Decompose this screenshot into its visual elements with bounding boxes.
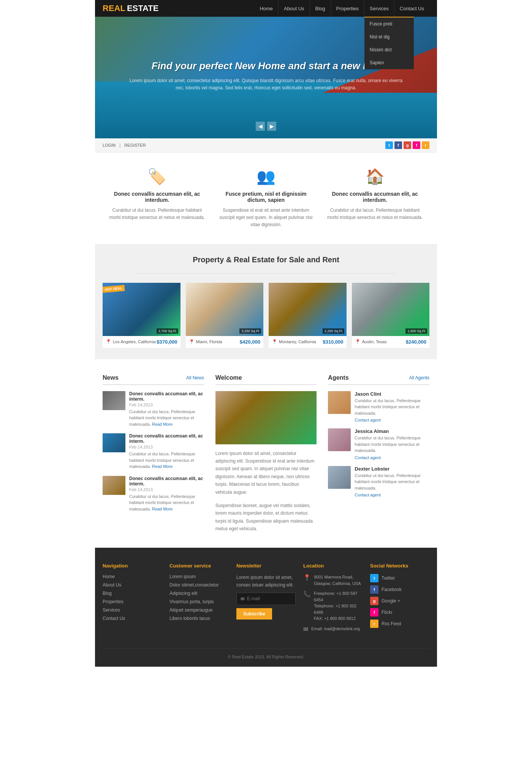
dropdown-item-1[interactable]: Nisl et dig xyxy=(364,30,414,43)
hero-next-arrow[interactable]: ▶ xyxy=(267,122,276,131)
footer-google-label[interactable]: Google + xyxy=(382,598,400,604)
footer-nav-contact[interactable]: Contact Us xyxy=(103,616,162,621)
news-thumb-1 xyxy=(103,433,125,452)
footer-nav-about[interactable]: About Us xyxy=(103,582,162,588)
dropdown-item-2[interactable]: Nissim dict xyxy=(364,43,414,56)
all-agents-link[interactable]: All Agents xyxy=(409,375,429,380)
property-img-2: 2,200 Sq Ft xyxy=(269,283,347,336)
read-more-1[interactable]: Read More xyxy=(152,464,173,469)
property-info-1: 📍 Miami, Florida $420,000 xyxy=(186,336,264,348)
footer-nav-home[interactable]: Home xyxy=(103,574,162,579)
login-separator: | xyxy=(119,143,120,148)
footer-nav-properties[interactable]: Properties xyxy=(103,599,162,604)
login-links: LOGIN | REGISTER xyxy=(103,143,146,148)
property-info-2: 📍 Montarey, California $310,000 xyxy=(269,336,347,348)
read-more-2[interactable]: Read More xyxy=(152,507,173,511)
register-button[interactable]: REGISTER xyxy=(124,143,146,147)
welcome-header: Welcome xyxy=(215,374,317,385)
nav-blog[interactable]: Blog xyxy=(310,0,331,17)
nav-contact[interactable]: Contact Us xyxy=(394,0,429,17)
agent-item-0: Jason Clint Curabitur ut dui lacus. Pell… xyxy=(328,391,429,423)
facebook-icon[interactable]: f xyxy=(394,141,402,149)
footer-flickr-icon[interactable]: f xyxy=(370,608,378,617)
google-icon[interactable]: g xyxy=(404,141,411,149)
nav-services[interactable]: Services Fusce preti Nisl et dig Nissim … xyxy=(364,0,394,17)
footer-cs-link-1[interactable]: Dolor sitmet,consectetur xyxy=(169,582,229,588)
nav-about[interactable]: About Us xyxy=(278,0,309,17)
footer-flickr-label[interactable]: Flickr xyxy=(382,610,393,615)
logo-estate: ESTATE xyxy=(127,3,159,13)
agent-avatar-1 xyxy=(328,428,351,451)
welcome-column: Welcome Lorem ipsum dolor sit amet, cons… xyxy=(215,374,317,533)
login-bar: LOGIN | REGISTER t f g f r xyxy=(95,138,437,152)
newsletter-email-input[interactable] xyxy=(247,596,291,601)
nav-services-label: Services xyxy=(370,6,389,11)
footer-facebook-icon[interactable]: f xyxy=(370,585,378,594)
login-button[interactable]: LOGIN xyxy=(103,143,116,147)
feature-1: 👥 Fusce pretium, nisl et dignissim dictu… xyxy=(217,168,315,229)
agent-text-2: Curabitur ut dui lacus. Pellentesque hab… xyxy=(355,472,429,491)
footer-rss-icon[interactable]: r xyxy=(370,620,378,628)
footer-nav-services[interactable]: Services xyxy=(103,607,162,613)
property-location-text-2: Montarey, California xyxy=(279,339,316,344)
hero-text: Lorem ipsum dolor sit amet, consectetur … xyxy=(129,77,403,92)
contact-agent-0[interactable]: Contact agent xyxy=(355,418,429,422)
subscribe-button[interactable]: Subscribe xyxy=(236,608,272,620)
dropdown-item-0[interactable]: Fusce preti xyxy=(364,17,414,30)
newsletter-input-wrapper: ✉ xyxy=(236,593,296,605)
footer-nl-text: Lorem ipsum dolor sit amet, consec tetue… xyxy=(236,574,296,588)
footer-telephone: Telephone: +1 800 502 6489 xyxy=(314,603,363,615)
news-header: News All News xyxy=(103,374,204,385)
flickr-icon[interactable]: f xyxy=(413,141,420,149)
news-item-1: Donec convallis accumsan elit, ac interm… xyxy=(103,433,204,470)
all-news-link[interactable]: All News xyxy=(186,375,204,380)
welcome-label: Welcome xyxy=(215,374,242,381)
contact-agent-1[interactable]: Contact agent xyxy=(355,455,429,460)
contact-agent-2[interactable]: Contact agent xyxy=(355,493,429,497)
feature-0-title: Donec convallis accumsan elit, ac interd… xyxy=(108,191,206,203)
properties-grid: HOT DEAL 2,700 Sq Ft 📍 Los Angeles, Cali… xyxy=(103,283,429,348)
property-card-1[interactable]: 3,250 Sq Ft 📍 Miami, Florida $420,000 xyxy=(186,283,264,348)
footer-twitter-label[interactable]: Twitter xyxy=(382,575,395,581)
news-item-2: Donec convallis accumsan elit, ac interm… xyxy=(103,476,204,512)
news-content-1: Donec convallis accumsan elit, ac interm… xyxy=(129,433,204,470)
news-date-1: Feb 14,2013 xyxy=(129,445,204,449)
hero-prev-arrow[interactable]: ◀ xyxy=(256,122,265,131)
sqft-badge-3: 1,900 Sq Ft xyxy=(405,328,427,334)
welcome-text-2: Suspendisse laoreet, augue vel mattis so… xyxy=(215,502,317,533)
footer-rss-label[interactable]: Rss Feed xyxy=(382,621,401,626)
feature-0-icon: 🏷️ xyxy=(108,168,206,185)
footer-cs-link-0[interactable]: Lorem ipsum xyxy=(169,574,229,579)
property-card-2[interactable]: 2,200 Sq Ft 📍 Montarey, California $310,… xyxy=(269,283,347,348)
footer-cs-link-4[interactable]: Aliquet semperaugue xyxy=(169,607,229,613)
footer-email: ✉ Email: mail@demolink.org xyxy=(303,626,363,633)
property-card-3[interactable]: 1,900 Sq Ft 📍 Austin, Texas $240,000 xyxy=(352,283,430,348)
rss-icon[interactable]: r xyxy=(422,141,429,149)
footer-cs-link-5[interactable]: Libero lobortis lacus xyxy=(169,616,229,621)
read-more-0[interactable]: Read More xyxy=(152,422,173,426)
property-info-3: 📍 Austin, Texas $240,000 xyxy=(352,336,430,348)
footer-cs-link-3[interactable]: Vivarmus porta, turpis xyxy=(169,599,229,604)
welcome-text-1: Lorem ipsum dolor sit amet, consectetur … xyxy=(215,450,317,496)
footer-twitter-icon[interactable]: t xyxy=(370,574,378,582)
footer-newsletter: Newsletter Lorem ipsum dolor sit amet, c… xyxy=(236,563,296,637)
twitter-icon[interactable]: t xyxy=(385,141,393,149)
footer-facebook-label[interactable]: Facebook xyxy=(382,587,402,592)
footer-cs-link-2[interactable]: Adipiscing elit xyxy=(169,591,229,596)
property-card-0[interactable]: HOT DEAL 2,700 Sq Ft 📍 Los Angeles, Cali… xyxy=(103,283,180,348)
welcome-image xyxy=(215,391,317,444)
property-img-3: 1,900 Sq Ft xyxy=(352,283,430,336)
property-img-bg-1 xyxy=(186,283,264,336)
footer-fax: FAX: +1 800 800 9812 xyxy=(314,615,363,622)
footer-google-icon[interactable]: g xyxy=(370,597,378,605)
footer-grid: Navigation Home About Us Blog Properties… xyxy=(103,563,429,637)
dropdown-item-3[interactable]: Sapien xyxy=(364,56,414,69)
agent-avatar-2 xyxy=(328,466,351,489)
footer-nav-blog[interactable]: Blog xyxy=(103,591,162,596)
nav-properties[interactable]: Properties xyxy=(331,0,364,17)
agent-avatar-bg-2 xyxy=(328,466,351,489)
news-content-0: Donec convallis accumsan elit, ac interm… xyxy=(129,391,204,428)
feature-2-title: Donec convallis accumsan elit, ac interd… xyxy=(326,191,424,203)
agent-name-2: Dexter Lobster xyxy=(355,466,429,472)
nav-home[interactable]: Home xyxy=(254,0,278,17)
